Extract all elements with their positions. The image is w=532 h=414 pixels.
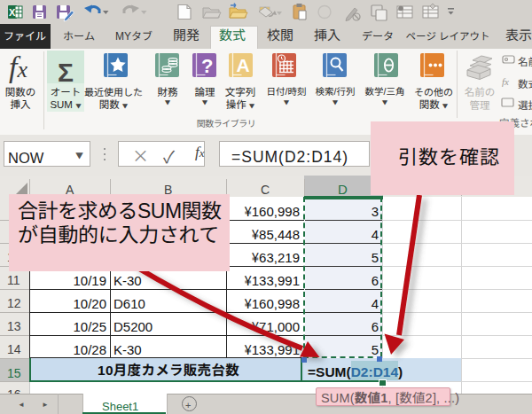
svg-text:A: A <box>237 55 250 75</box>
svg-text:X: X <box>9 7 16 18</box>
svg-text:fx: fx <box>502 76 509 87</box>
svg-text:?: ? <box>201 55 213 77</box>
